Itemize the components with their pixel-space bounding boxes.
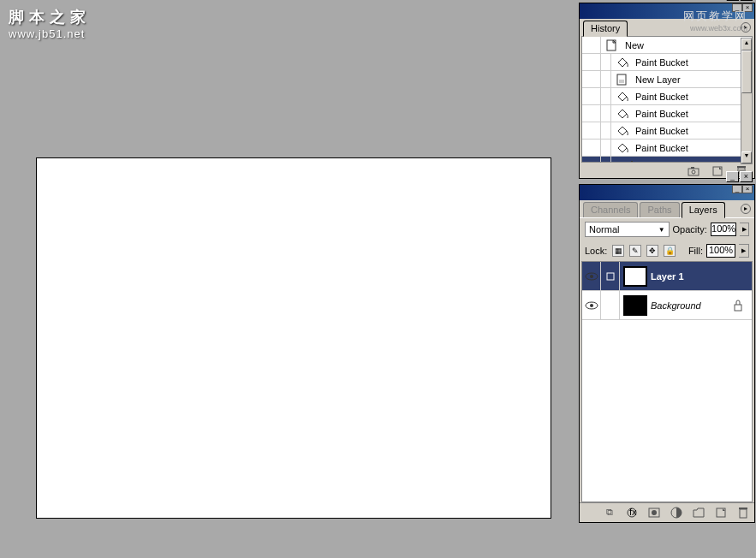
svg-rect-14 — [607, 273, 614, 280]
opacity-input[interactable]: 100% — [711, 223, 736, 236]
svg-text:fx: fx — [629, 507, 637, 517]
history-item-label: New Layer — [634, 74, 752, 85]
panel-collapse-button[interactable]: _ — [732, 185, 742, 193]
svg-point-13 — [590, 275, 593, 278]
lock-all-button[interactable]: 🔒 — [664, 245, 676, 257]
layer-style-icon[interactable]: fx — [626, 507, 638, 519]
bucket-icon — [615, 106, 630, 122]
svg-rect-25 — [739, 508, 747, 509]
link-layers-icon[interactable]: ⧉ — [604, 507, 616, 519]
lock-fill-row: Lock: ▦ ✎ ✥ 🔒 Fill: 100% ▶ — [580, 240, 754, 261]
fill-label: Fill: — [688, 246, 703, 256]
layer-thumbnail[interactable] — [623, 295, 647, 316]
newlayer-icon — [615, 72, 630, 87]
layers-panel: _ × _ × Channels Paths Layers ▸ Normal ▼… — [579, 184, 755, 523]
history-scrollbar[interactable]: ▲ ▼ — [741, 38, 753, 164]
tab-channels[interactable]: Channels — [583, 202, 638, 217]
layer-row[interactable]: Background — [582, 291, 752, 320]
trash-icon[interactable] — [737, 507, 749, 519]
layers-footer: ⧉ fx — [580, 502, 754, 521]
minimize-button[interactable]: _ — [726, 0, 739, 1]
layers-list: Layer 1Background — [581, 261, 753, 502]
layer-mask-icon[interactable] — [648, 507, 660, 519]
blend-opacity-row: Normal ▼ Opacity: 100% ▶ — [580, 217, 754, 240]
svg-rect-5 — [691, 167, 694, 169]
new-layer-icon[interactable] — [715, 507, 727, 519]
layer-name[interactable]: Background — [651, 300, 733, 311]
new-snapshot-icon[interactable] — [711, 165, 723, 177]
link-toggle[interactable] — [601, 291, 620, 319]
layer-name[interactable]: Layer 1 — [651, 271, 733, 282]
history-item-label: Paint Bucket — [634, 109, 752, 119]
svg-point-4 — [692, 170, 695, 174]
scroll-down-button[interactable]: ▼ — [741, 151, 752, 163]
link-toggle[interactable] — [601, 262, 620, 290]
tab-history[interactable]: History — [583, 21, 628, 37]
svg-point-16 — [590, 304, 593, 307]
history-item-label: Paint Bucket — [634, 92, 752, 102]
chevron-down-icon: ▼ — [658, 226, 665, 234]
history-item[interactable]: Paint Bucket — [582, 54, 752, 71]
visibility-toggle[interactable] — [582, 291, 601, 319]
history-item[interactable]: New — [582, 37, 752, 54]
fill-input[interactable]: 100% — [706, 244, 735, 258]
history-item-label: Paint Bucket — [634, 126, 752, 136]
fill-flyout-button[interactable]: ▶ — [739, 244, 749, 258]
watermark-url-2: www.web3x.com — [690, 24, 747, 33]
bucket-icon — [615, 89, 630, 104]
folder-icon[interactable] — [693, 507, 705, 519]
adjustment-layer-icon[interactable] — [670, 507, 682, 519]
history-item-label: New — [623, 40, 752, 50]
minimize-button[interactable]: _ — [726, 171, 739, 182]
svg-rect-24 — [740, 509, 747, 518]
document-canvas[interactable] — [36, 157, 551, 519]
history-item[interactable]: Paint Bucket — [582, 105, 752, 122]
bucket-icon — [615, 123, 630, 139]
lock-brush-button[interactable]: ✎ — [629, 245, 641, 257]
tab-paths[interactable]: Paths — [640, 202, 679, 217]
history-item[interactable]: Paint Bucket — [582, 88, 752, 105]
opacity-flyout-button[interactable]: ▶ — [740, 223, 749, 236]
opacity-label: Opacity: — [673, 224, 707, 234]
svg-rect-3 — [688, 169, 699, 175]
history-item-label: Paint Bucket — [634, 57, 752, 68]
layer-thumbnail[interactable] — [623, 266, 647, 287]
visibility-toggle[interactable] — [582, 262, 601, 290]
new-icon — [604, 38, 620, 53]
history-item[interactable]: ▶Paint Bucket — [582, 157, 752, 163]
svg-point-21 — [652, 510, 657, 515]
lock-icon — [733, 300, 745, 312]
layer-row[interactable]: Layer 1 — [582, 262, 752, 291]
svg-rect-8 — [737, 166, 746, 168]
svg-rect-2 — [619, 80, 624, 83]
history-item[interactable]: Paint Bucket — [582, 122, 752, 140]
watermark-text: 脚本之家 — [9, 7, 91, 27]
lock-transparency-button[interactable]: ▦ — [612, 245, 624, 257]
bucket-icon — [615, 140, 630, 156]
close-button[interactable]: × — [740, 171, 753, 182]
snapshot-icon[interactable] — [688, 165, 699, 177]
layers-tabs: Channels Paths Layers ▸ — [580, 200, 754, 217]
scroll-up-button[interactable]: ▲ — [741, 39, 752, 50]
history-item[interactable]: Paint Bucket — [582, 140, 752, 157]
blend-mode-value: Normal — [589, 224, 619, 234]
lock-label: Lock: — [585, 246, 607, 256]
bucket-icon — [615, 55, 630, 70]
history-list: NewPaint BucketNew LayerPaint BucketPain… — [581, 36, 753, 163]
history-item-label: Paint Bucket — [634, 143, 752, 153]
panel-close-button[interactable]: × — [742, 185, 753, 193]
watermark-url: www.jb51.net — [9, 27, 85, 40]
svg-rect-17 — [735, 305, 741, 311]
panel-menu-button[interactable]: ▸ — [741, 204, 751, 214]
close-button[interactable]: × — [740, 0, 753, 1]
history-item[interactable]: New Layer — [582, 71, 752, 88]
tab-layers[interactable]: Layers — [682, 202, 725, 218]
panel-titlebar[interactable]: _ × — [580, 185, 754, 200]
watermark-text-2: 网页教学网 — [683, 9, 747, 24]
lock-move-button[interactable]: ✥ — [646, 245, 658, 257]
blend-mode-select[interactable]: Normal ▼ — [585, 222, 670, 237]
scroll-thumb[interactable] — [741, 50, 752, 93]
